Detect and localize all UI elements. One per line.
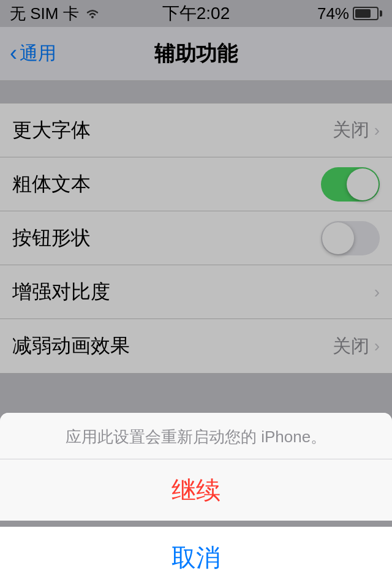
action-sheet-cancel-button[interactable]: 取消 [0,527,392,588]
action-sheet-group: 应用此设置会重新启动您的 iPhone。 继续 [0,413,392,521]
action-sheet: 应用此设置会重新启动您的 iPhone。 继续 取消 [0,413,392,588]
continue-label: 继续 [172,473,221,507]
action-sheet-overlay: 应用此设置会重新启动您的 iPhone。 继续 取消 [0,0,392,588]
action-sheet-continue-button[interactable]: 继续 [0,459,392,521]
cancel-label: 取消 [172,541,221,575]
action-sheet-message: 应用此设置会重新启动您的 iPhone。 [0,413,392,459]
